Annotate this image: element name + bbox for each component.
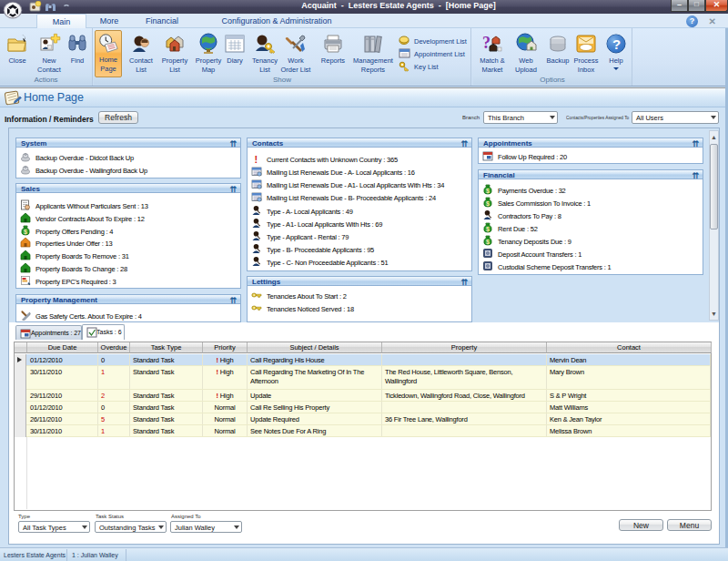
svg-text:?: ?: [612, 36, 621, 52]
